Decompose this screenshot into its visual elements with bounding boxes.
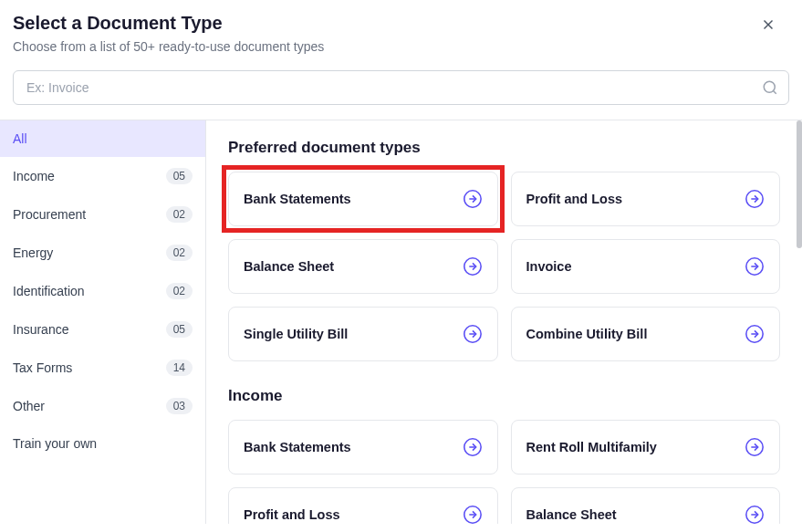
sidebar-item-label: Energy [13, 245, 53, 260]
doc-card-label: Bank Statements [244, 192, 351, 206]
sidebar-item-count: 05 [166, 168, 193, 184]
sidebar-item-count: 02 [166, 206, 193, 223]
search-input[interactable] [13, 70, 789, 105]
close-button[interactable] [760, 16, 776, 33]
doc-card-label: Bank Statements [244, 440, 351, 454]
doc-card-label: Balance Sheet [244, 259, 334, 274]
search-box [13, 70, 789, 105]
sidebar-item-count: 03 [166, 398, 193, 414]
doc-card-label: Invoice [526, 259, 572, 274]
doc-type-card[interactable]: Rent Roll Multifamily [511, 420, 781, 475]
doc-card-label: Single Utility Bill [244, 327, 348, 341]
svg-point-2 [764, 81, 775, 92]
arrow-circle-right-icon [745, 437, 765, 457]
sidebar-item-all[interactable]: All [0, 120, 205, 157]
arrow-circle-right-icon [463, 505, 483, 524]
modal-body: AllIncome05Procurement02Energy02Identifi… [0, 120, 802, 524]
main-content: Preferred document typesBank StatementsP… [206, 120, 802, 524]
sidebar-item-label: Tax Forms [13, 360, 72, 375]
sidebar-item-label: All [13, 131, 27, 146]
arrow-circle-right-icon [463, 256, 483, 276]
card-grid: Bank StatementsRent Roll MultifamilyProf… [228, 420, 780, 524]
sidebar-item-procurement[interactable]: Procurement02 [0, 195, 205, 234]
arrow-circle-right-icon [745, 324, 765, 344]
doc-card-label: Profit and Loss [526, 192, 623, 206]
doc-type-card[interactable]: Profit and Loss [511, 172, 781, 226]
doc-type-card[interactable]: Balance Sheet [228, 239, 498, 294]
sidebar-item-label: Identification [13, 284, 85, 298]
scrollbar-thumb[interactable] [797, 120, 802, 248]
search-icon [762, 79, 778, 96]
sidebar-item-income[interactable]: Income05 [0, 157, 205, 195]
doc-type-card[interactable]: Single Utility Bill [228, 307, 498, 361]
doc-card-label: Combine Utility Bill [526, 327, 648, 341]
sidebar-item-count: 05 [166, 321, 193, 338]
sidebar-item-tax-forms[interactable]: Tax Forms14 [0, 349, 205, 387]
sidebar-item-label: Train your own [13, 436, 97, 451]
sidebar-item-insurance[interactable]: Insurance05 [0, 310, 205, 349]
arrow-circle-right-icon [745, 256, 765, 276]
sidebar-item-count: 02 [166, 283, 193, 299]
doc-type-card[interactable]: Balance Sheet [511, 487, 781, 524]
sidebar-item-identification[interactable]: Identification02 [0, 272, 205, 310]
close-icon [760, 16, 776, 33]
modal-title: Select a Document Type [13, 13, 789, 34]
doc-type-card[interactable]: Invoice [511, 239, 781, 294]
doc-card-label: Balance Sheet [526, 507, 617, 522]
content-wrapper: Preferred document typesBank StatementsP… [228, 139, 780, 524]
arrow-circle-right-icon [463, 437, 483, 457]
search-container [0, 63, 802, 120]
sidebar-item-count: 02 [166, 245, 193, 261]
sidebar-item-label: Procurement [13, 207, 86, 222]
section-title: Income [228, 387, 780, 405]
doc-card-label: Profit and Loss [244, 507, 340, 522]
arrow-circle-right-icon [745, 189, 765, 209]
sidebar-item-label: Income [13, 169, 55, 183]
sidebar: AllIncome05Procurement02Energy02Identifi… [0, 120, 206, 524]
sidebar-item-label: Other [13, 399, 45, 413]
arrow-circle-right-icon [463, 324, 483, 344]
sidebar-item-energy[interactable]: Energy02 [0, 234, 205, 272]
sidebar-item-train-your-own[interactable]: Train your own [0, 425, 205, 462]
arrow-circle-right-icon [745, 505, 765, 524]
doc-card-label: Rent Roll Multifamily [526, 440, 657, 454]
doc-type-card[interactable]: Profit and Loss [228, 487, 498, 524]
sidebar-item-count: 14 [166, 360, 193, 376]
card-grid: Bank StatementsProfit and LossBalance Sh… [228, 172, 780, 361]
doc-type-card[interactable]: Combine Utility Bill [511, 307, 781, 361]
doc-type-card[interactable]: Bank Statements [228, 172, 498, 226]
section-title: Preferred document types [228, 139, 780, 157]
sidebar-item-other[interactable]: Other03 [0, 387, 205, 425]
modal-subtitle: Choose from a list of 50+ ready-to-use d… [13, 39, 789, 54]
sidebar-item-label: Insurance [13, 322, 68, 337]
svg-line-3 [773, 90, 776, 93]
scrollbar-track[interactable] [795, 120, 802, 524]
modal-header: Select a Document Type Choose from a lis… [0, 0, 802, 63]
arrow-circle-right-icon [463, 189, 483, 209]
doc-type-card[interactable]: Bank Statements [228, 420, 498, 475]
